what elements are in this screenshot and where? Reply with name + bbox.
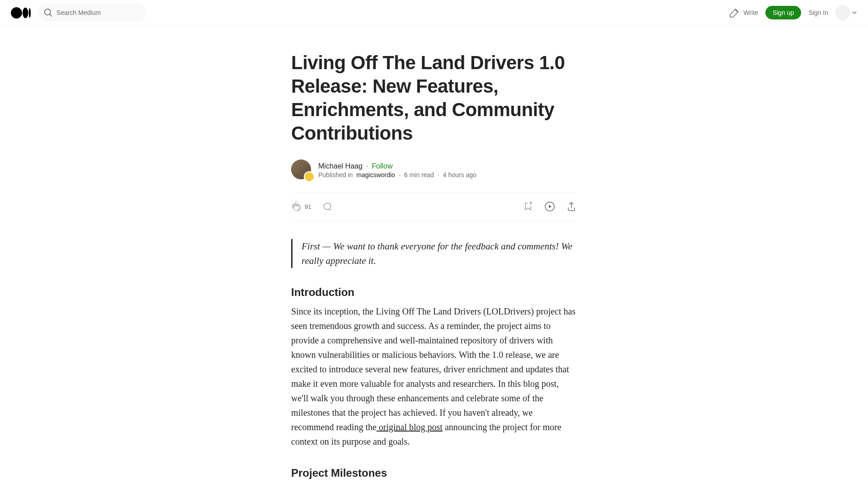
profile-avatar: [835, 5, 850, 20]
site-header: Write Sign up Sign In: [0, 0, 868, 26]
search-icon: [43, 7, 53, 18]
comment-button[interactable]: [322, 194, 333, 219]
share-icon: [566, 201, 577, 212]
article: Living Off The Land Drivers 1.0 Release:…: [280, 51, 588, 488]
share-button[interactable]: [566, 194, 577, 219]
publication-link[interactable]: magicswordio: [356, 171, 395, 178]
separator: ·: [399, 171, 401, 178]
intro-text-pre: Since its inception, the Living Off The …: [291, 306, 576, 432]
author-info: Michael Haag · Follow Published in magic…: [318, 162, 476, 178]
action-bar: 91: [291, 192, 577, 221]
published-in-prefix: Published in: [318, 171, 353, 178]
clap-button[interactable]: 91: [291, 194, 311, 219]
blockquote-text: First — We want to thank everyone for th…: [302, 239, 577, 268]
clap-count: 91: [305, 203, 311, 210]
article-title: Living Off The Land Drivers 1.0 Release:…: [291, 51, 577, 145]
author-section: Michael Haag · Follow Published in magic…: [291, 160, 577, 181]
signin-button[interactable]: Sign In: [808, 9, 828, 16]
separator: ·: [366, 162, 368, 170]
search-container[interactable]: [38, 4, 146, 22]
publish-date: 4 hours ago: [443, 171, 476, 178]
bookmark-add-icon: [523, 201, 533, 212]
section-heading-milestones: Project Milestones: [291, 467, 577, 479]
publication-avatar: [304, 171, 315, 182]
follow-button[interactable]: Follow: [372, 162, 392, 170]
original-blog-post-link[interactable]: original blog post: [377, 422, 443, 432]
author-name-link[interactable]: Michael Haag: [318, 162, 363, 170]
introduction-paragraph: Since its inception, the Living Off The …: [291, 304, 577, 449]
author-avatars[interactable]: [291, 160, 313, 181]
read-time: 6 min read: [404, 171, 434, 178]
clap-icon: [291, 201, 302, 212]
comment-icon: [322, 201, 333, 212]
bookmark-button[interactable]: [523, 194, 533, 219]
separator: ·: [438, 171, 439, 178]
search-input[interactable]: [57, 9, 141, 16]
profile-menu-button[interactable]: [835, 5, 857, 20]
section-heading-introduction: Introduction: [291, 286, 577, 299]
write-icon: [729, 7, 740, 18]
medium-logo[interactable]: [11, 7, 31, 19]
signup-button[interactable]: Sign up: [765, 6, 801, 19]
medium-logo-icon: [11, 7, 31, 19]
milestones-paragraph: Our first contribution came less than 24…: [291, 485, 577, 488]
blockquote: First — We want to thank everyone for th…: [291, 239, 577, 268]
write-button[interactable]: Write: [729, 7, 758, 18]
chevron-down-icon: [852, 10, 857, 15]
write-label: Write: [744, 9, 758, 16]
listen-button[interactable]: [544, 194, 555, 219]
play-circle-icon: [544, 201, 555, 212]
